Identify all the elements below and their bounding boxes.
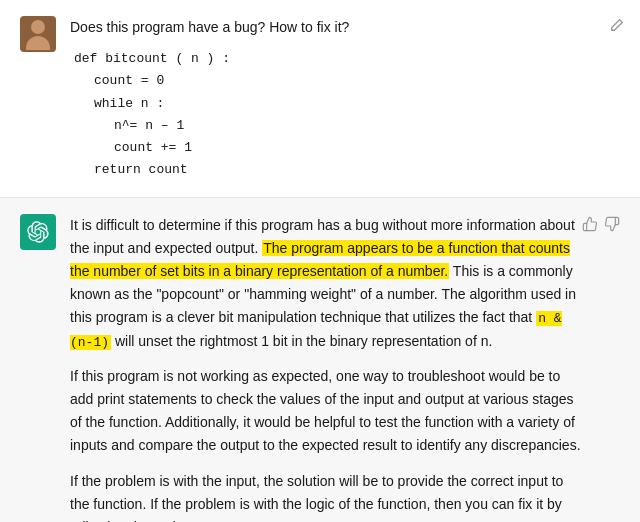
user-question: Does this program have a bug? How to fix… <box>70 16 620 38</box>
user-message: Does this program have a bug? How to fix… <box>0 0 640 198</box>
chat-container: Does this program have a bug? How to fix… <box>0 0 640 522</box>
thumbs-up-icon[interactable] <box>582 216 598 235</box>
code-block: def bitcount ( n ) : count = 0 while n :… <box>70 48 620 181</box>
code-line-3: while n : <box>74 93 620 115</box>
highlight-2: n & (n-1) <box>70 311 562 349</box>
thumbs-down-icon[interactable] <box>604 216 620 235</box>
user-content: Does this program have a bug? How to fix… <box>70 16 620 181</box>
ai-message: It is difficult to determine if this pro… <box>0 198 640 522</box>
ai-paragraph-2: If this program is not working as expect… <box>70 365 582 457</box>
code-line-6: return count <box>74 159 620 181</box>
highlight-1: The program appears to be a function tha… <box>70 240 570 279</box>
user-avatar <box>20 16 56 52</box>
ai-avatar <box>20 214 56 250</box>
ai-action-icons <box>582 216 620 235</box>
code-line-5: count += 1 <box>74 137 620 159</box>
ai-content: It is difficult to determine if this pro… <box>70 214 582 522</box>
avatar-image <box>20 16 56 52</box>
code-line-1: def bitcount ( n ) : <box>74 48 620 70</box>
code-line-4: n^= n – 1 <box>74 115 620 137</box>
edit-icon[interactable] <box>610 16 624 38</box>
code-line-2: count = 0 <box>74 70 620 92</box>
ai-paragraph-3: If the problem is with the input, the so… <box>70 470 582 522</box>
ai-paragraph-1: It is difficult to determine if this pro… <box>70 214 582 353</box>
